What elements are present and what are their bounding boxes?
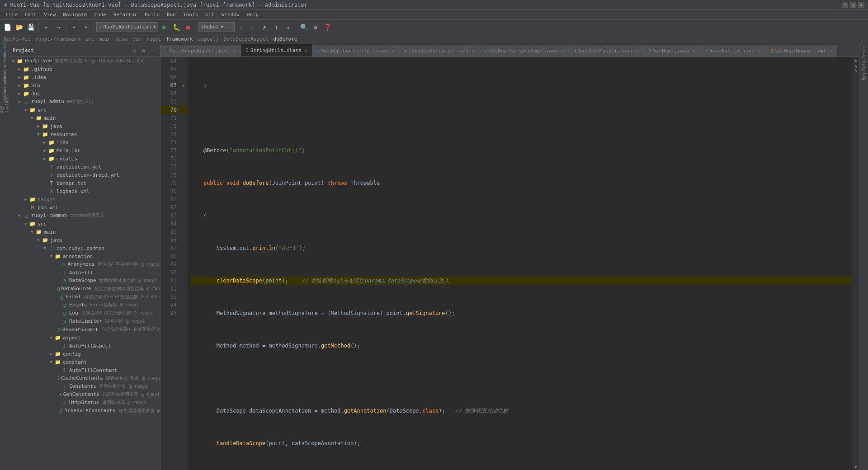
menu-view[interactable]: View — [40, 11, 60, 19]
tab-datascopeaspect[interactable]: J DataScopeAspect.java ✕ — [160, 45, 241, 56]
titlebar-controls[interactable]: ─ □ ✕ — [842, 2, 864, 8]
bookmarks-icon[interactable]: Bookmarks — [0, 87, 9, 95]
tree-item-config[interactable]: ▶ 📁 config — [9, 350, 160, 358]
tree-item-excel[interactable]: ▶ @ Excel 自定义导出Excel数据注解 @ ruoyi — [9, 293, 160, 301]
menu-help[interactable]: Help — [243, 11, 263, 19]
tab-close-baseentity[interactable]: ✕ — [758, 48, 761, 53]
settings-button[interactable]: ⚙ — [310, 22, 321, 33]
tab-close-sysdept[interactable]: ✕ — [693, 48, 695, 53]
tab-sysdept[interactable]: J SysDept.java ✕ — [644, 45, 700, 56]
tree-item-common[interactable]: ▼ □ ruoyi-common common通用工具 — [9, 212, 160, 220]
breadcrumb-src[interactable]: src — [85, 36, 94, 42]
tab-sysdeptserviceimpl[interactable]: J SysDeptServiceImpl.java ✕ — [480, 45, 569, 56]
tree-item-bin[interactable]: ▶ 📁 bin — [9, 81, 160, 89]
search-everywhere-button[interactable]: 🔍 — [298, 22, 309, 33]
close-button[interactable]: ✕ — [858, 2, 864, 8]
run-config-dropdown[interactable]: ☕ RuoYiApplication ▾ — [96, 22, 158, 32]
tab-close-datascopeaspect[interactable]: ✕ — [233, 48, 236, 53]
tree-item-log[interactable]: ▶ @ Log 自定义操作日志记录注解 @ ruoyi — [9, 309, 160, 317]
tree-item-autofilconstant[interactable]: ▶ J AutoFillConstant — [9, 366, 160, 374]
tree-item-scheduleconstants[interactable]: ▶ J ScheduleConstants 任务调度通用常量 @ — [9, 407, 160, 415]
sidebar-tool-2[interactable]: ⚙ — [139, 47, 147, 55]
tree-item-pom[interactable]: ▶ M pom.xml — [9, 203, 160, 212]
breadcrumb-com[interactable]: com — [132, 36, 142, 42]
tree-item-java-admin[interactable]: ▶ 📁 java — [9, 122, 160, 130]
tree-item-java-common[interactable]: ▼ 📁 java — [9, 236, 160, 244]
tree-item-anonymous[interactable]: ▶ @ Anonymous 匿名访问不鉴权注解 @ ruoyi — [9, 260, 160, 268]
sidebar-collapse[interactable]: – — [148, 47, 156, 55]
debug-button[interactable]: 🐛 — [171, 22, 182, 33]
git-arrow-up[interactable]: ↑ — [271, 22, 282, 33]
tree-item-main-common[interactable]: ▼ 📁 main — [9, 228, 160, 236]
tree-item-github[interactable]: ▶ 📁 .github — [9, 65, 160, 73]
tree-item-repeatsubmit[interactable]: ▶ @ RepeatSubmit 自定义注解防止表单重复提交 @ r... — [9, 325, 160, 334]
tree-item-mybatis[interactable]: ▶ 📁 mybatis — [9, 155, 160, 163]
tree-item-druid-yml[interactable]: ▶ Y application-druid.yml — [9, 171, 160, 179]
menu-edit[interactable]: Edit — [21, 11, 41, 19]
tab-close-sysdeptmapper[interactable]: ✕ — [636, 48, 639, 53]
tree-item-pkg-common[interactable]: ▼ ⬡ com.ruoyi.common — [9, 244, 160, 252]
tab-sysdeptmapperxml[interactable]: X SysDeptMapper.xml ✕ — [766, 45, 837, 56]
tree-item-logback[interactable]: ▶ X logback.xml — [9, 187, 160, 195]
breadcrumb-datascopeaspect[interactable]: DataScopeAspect — [223, 36, 268, 42]
big-data-icon[interactable]: Big Data Tools — [862, 46, 866, 80]
menu-run[interactable]: Run — [163, 11, 179, 19]
maximize-button[interactable]: □ — [850, 2, 856, 8]
structure-icon[interactable]: Structure — [0, 60, 9, 68]
tree-item-ratelimiter[interactable]: ▶ @ RateLimiter 限流注解 @ ruoyi — [9, 317, 160, 325]
breadcrumb-java[interactable]: java — [116, 36, 128, 42]
forward-button[interactable]: → — [53, 22, 64, 33]
tree-item-aspect[interactable]: ▼ 📁 aspect — [9, 334, 160, 342]
tree-item-cacheconstants[interactable]: ▶ J CacheConstants 缓存的key 常量 @ ruoyi — [9, 374, 160, 382]
git-checkmark-1[interactable]: ✓ — [236, 22, 246, 33]
tree-item-annotation[interactable]: ▼ 📁 annotation — [9, 252, 160, 260]
back-button[interactable]: ← — [41, 22, 52, 33]
tab-close-sysdeptserviceimpl[interactable]: ✕ — [561, 48, 564, 53]
tree-item-resources[interactable]: ▼ 📁 resources — [9, 130, 160, 138]
tab-sysdeptcontroller[interactable]: J SysDeptController.java ✕ — [312, 45, 399, 56]
scrollbar-minimap[interactable]: ▲ A A ▼ — [853, 57, 859, 470]
tab-close-isysdeptservice[interactable]: ✕ — [472, 48, 475, 53]
code-content[interactable]: } @Before("annotationPointCut()") public… — [188, 57, 853, 470]
breadcrumb-main[interactable]: main — [99, 36, 111, 42]
save-button[interactable]: 💾 — [25, 22, 36, 33]
tab-close-stringutils[interactable]: ✕ — [305, 48, 307, 53]
run-button[interactable]: ▶ — [159, 22, 170, 33]
tab-stringutils[interactable]: C StringUtils.class ✕ — [241, 44, 312, 56]
tree-item-excels[interactable]: ▶ @ Excels Excel注解集 @ ruoyi — [9, 301, 160, 309]
help-icon-btn[interactable]: ❓ — [322, 22, 333, 33]
tree-item-target[interactable]: ▶ 📁 target — [9, 195, 160, 203]
menu-file[interactable]: File — [2, 11, 21, 19]
tree-item-idea[interactable]: ▶ 📁 .idea — [9, 73, 160, 81]
git-x[interactable]: ✗ — [259, 22, 270, 33]
tree-item-constant[interactable]: ▼ 📁 constant — [9, 358, 160, 366]
tree-item-constants[interactable]: ▶ J Constants 通用常量信息 @ ruoyi — [9, 382, 160, 390]
tree-item-root[interactable]: ▼ 📁 RuoYi-Vue 若依管理系统 E:\gitRepos2\RuoYi-… — [9, 57, 160, 65]
breadcrumb-ruoyi[interactable]: RuoYi-Vue — [4, 36, 31, 42]
tree-item-autofill[interactable]: ▶ J AutoFill — [9, 268, 160, 277]
git-arrow-down[interactable]: ↓ — [283, 22, 293, 33]
menu-build[interactable]: Build — [141, 11, 163, 19]
tree-item-src-admin[interactable]: ▼ 📁 src — [9, 106, 160, 114]
aws-icon[interactable]: AWS Toolkit — [0, 100, 9, 108]
tree-item-app-yml[interactable]: ▶ Y application.yml — [9, 163, 160, 171]
breadcrumb-framework2[interactable]: framework — [166, 36, 193, 42]
breadcrumb-ruoyi2[interactable]: ruoyi — [146, 36, 161, 42]
menu-code[interactable]: Code — [90, 11, 110, 19]
new-file-button[interactable]: 📄 — [2, 22, 13, 33]
menu-navigate[interactable]: Navigate — [60, 11, 91, 19]
code-editor[interactable]: 64 65 66 67 68 69 70 71 72 73 74 75 76 7… — [160, 57, 859, 470]
stop-button[interactable]: ■ — [183, 22, 193, 33]
tree-item-genconstants[interactable]: ▶ J GenConstants 代码生成通用常量 @ ruoyi — [9, 390, 160, 399]
tab-sysdeptmapper[interactable]: J SysDeptMapper.java ✕ — [569, 45, 644, 56]
tree-item-autofillaspect[interactable]: ▶ J AutoFillAspect — [9, 342, 160, 350]
tab-close-sysdeptcontroller[interactable]: ✕ — [392, 48, 394, 53]
tree-item-banner[interactable]: ▶ T banner.txt — [9, 179, 160, 187]
tree-item-i18n[interactable]: ▶ 📁 i18n — [9, 138, 160, 146]
tree-item-metainf[interactable]: ▶ 📁 META-INF — [9, 146, 160, 155]
tree-item-doc[interactable]: ▶ 📁 doc — [9, 89, 160, 98]
open-button[interactable]: 📂 — [14, 22, 24, 33]
undo-button[interactable]: ↩ — [69, 22, 80, 33]
menu-git[interactable]: Git — [202, 11, 218, 19]
breadcrumb-aspectj[interactable]: aspectj — [198, 36, 218, 42]
